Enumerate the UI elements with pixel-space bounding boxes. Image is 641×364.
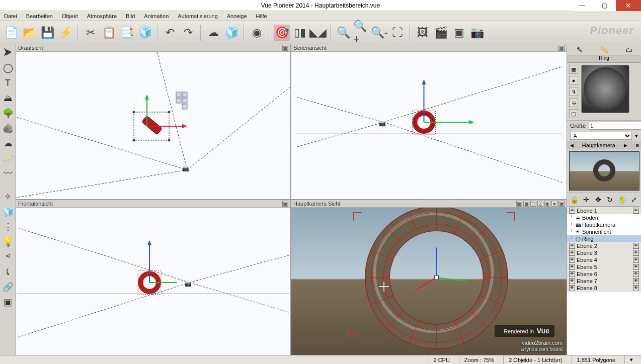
menu-item-datei[interactable]: Datei xyxy=(4,13,17,19)
layer-row[interactable]: 👁 Ebene 8 👁 xyxy=(567,285,641,292)
visibility-eye-icon[interactable]: 👁 xyxy=(633,271,639,277)
tab-measure-icon[interactable]: 📏 xyxy=(592,44,616,55)
menu-item-bild[interactable]: Bild xyxy=(126,13,135,19)
visibility-toggle-icon[interactable]: 👁 xyxy=(569,264,575,270)
sphere-tool-icon[interactable]: ◯ xyxy=(2,61,15,74)
visibility-eye-icon[interactable]: 👁 xyxy=(633,285,639,291)
menu-item-automatisierung[interactable]: Automatisierung xyxy=(178,13,218,19)
viewport-maximize-icon[interactable]: ▣ xyxy=(282,201,288,207)
status-dropdown-icon[interactable]: ▾ xyxy=(624,355,638,364)
visibility-toggle-icon[interactable]: 👁 xyxy=(569,257,575,263)
camera-preview[interactable] xyxy=(569,151,639,191)
layer-row[interactable]: 👁 Ebene 7 👁 xyxy=(567,278,641,285)
visibility-eye-icon[interactable]: 👁 xyxy=(633,264,639,270)
material-preview[interactable] xyxy=(581,65,629,113)
link-tool-icon[interactable]: 🔗 xyxy=(2,281,15,294)
cloud-tool-icon[interactable]: ☁ xyxy=(2,137,15,150)
tab-edit-icon[interactable]: ✎ xyxy=(567,44,592,55)
viewport-side[interactable]: Seitenansicht ▣ xyxy=(291,44,567,199)
gizmo-axis-icon[interactable]: ✛ xyxy=(581,195,591,205)
layer-row[interactable]: 👁 Ebene 5 👁 xyxy=(567,263,641,270)
minimize-button[interactable]: — xyxy=(571,0,593,11)
vp-option-4-icon[interactable]: Z xyxy=(537,201,543,207)
vp-option-5-icon[interactable]: ◉ xyxy=(544,201,550,207)
mat-cube-icon[interactable]: ▢ xyxy=(569,109,578,118)
visibility-eye-icon[interactable]: 👁 xyxy=(633,243,639,249)
visibility-eye-icon[interactable]: 👁 xyxy=(633,257,639,263)
size-input[interactable] xyxy=(589,122,641,130)
visibility-toggle-icon[interactable]: 👁 xyxy=(569,271,575,277)
clapboard-icon[interactable]: 🎬 xyxy=(433,25,449,41)
layer-object-row[interactable]: └📷Hauptkamera xyxy=(567,221,641,228)
quick-render-icon[interactable]: ⚡ xyxy=(57,25,73,41)
mat-checker-icon[interactable]: ▦ xyxy=(569,65,578,74)
planet-tool-icon[interactable]: 🪐 xyxy=(2,152,15,165)
visibility-eye-icon[interactable]: 👁 xyxy=(633,208,639,214)
duplicate-icon[interactable]: 🧊 xyxy=(137,25,153,41)
viewport-maximize-icon[interactable]: ▣ xyxy=(282,45,288,51)
layer-row[interactable]: 👁 Ebene 2 👁 xyxy=(567,242,641,249)
curve-tool-icon[interactable]: ⤹ xyxy=(2,265,15,279)
vp-option-3-icon[interactable]: ◻ xyxy=(530,201,536,207)
visibility-eye-icon[interactable]: 👁 xyxy=(633,278,639,284)
menu-item-animation[interactable]: Animation xyxy=(144,13,169,19)
vp-option-6-icon[interactable]: ● xyxy=(551,201,557,207)
select-tool-icon[interactable]: ⮞ xyxy=(2,46,15,59)
gizmo-hand-icon[interactable]: ✋ xyxy=(617,195,627,205)
visibility-toggle-icon[interactable]: 👁 xyxy=(569,208,575,214)
cut-icon[interactable]: ✂ xyxy=(83,25,99,41)
viewport-front[interactable]: Frontalansicht ▣ xyxy=(16,200,290,355)
gizmo-lock-icon[interactable]: 🔒 xyxy=(569,195,579,205)
visibility-toggle-icon[interactable]: 👁 xyxy=(569,243,575,249)
atmosphere-icon[interactable]: ☁ xyxy=(205,25,221,41)
gizmo-tool-icon[interactable]: ✧ xyxy=(2,190,15,203)
render-icon[interactable]: 🎯 xyxy=(274,25,290,41)
mat-bump-icon[interactable]: ➭ xyxy=(569,98,578,107)
frame-icon[interactable]: ▣ xyxy=(451,25,467,41)
viewport-maximize-icon[interactable]: ▣ xyxy=(558,45,565,51)
material-icon[interactable]: 🧊 xyxy=(223,25,239,41)
layer-row[interactable]: 👁 Ebene 6 👁 xyxy=(567,270,641,278)
viewport-top[interactable]: Draufsicht ▣ xyxy=(16,44,290,199)
mat-sphere-icon[interactable]: ● xyxy=(569,76,578,85)
copy-icon[interactable]: 📋 xyxy=(101,25,117,41)
vp-option-2-icon[interactable]: ◼ xyxy=(523,201,529,207)
paste-icon[interactable]: 📑 xyxy=(119,25,135,41)
maximize-button[interactable]: ▢ xyxy=(593,0,616,11)
render-options-icon[interactable]: ▯▮ xyxy=(292,25,308,41)
visibility-toggle-icon[interactable]: 👁 xyxy=(569,278,575,284)
visibility-toggle-icon[interactable]: 👁 xyxy=(569,250,575,256)
menu-item-bearbeiten[interactable]: Bearbeiten xyxy=(26,13,53,19)
mat-convert-icon[interactable]: ↯ xyxy=(569,87,578,96)
open-folder-icon[interactable]: 📂 xyxy=(21,25,37,41)
zoom-in-icon[interactable]: 🔍+ xyxy=(353,25,369,41)
camera-prev-icon[interactable]: ◄ xyxy=(569,142,575,148)
menu-item-anzeige[interactable]: Anzeige xyxy=(227,13,247,19)
plant-tool-icon[interactable]: 🌳 xyxy=(2,107,15,120)
cube-tool-icon[interactable]: 🧊 xyxy=(2,205,15,218)
camera-menu-icon[interactable]: ≡ xyxy=(636,142,639,148)
close-button[interactable]: ✕ xyxy=(616,0,641,11)
camera-icon[interactable]: 📷 xyxy=(469,25,485,41)
new-file-icon[interactable]: 📄 xyxy=(3,25,19,41)
vp-option-1-icon[interactable]: ▣ xyxy=(516,201,522,207)
menu-item-objekt[interactable]: Objekt xyxy=(62,13,78,19)
gizmo-move-icon[interactable]: ✥ xyxy=(593,195,603,205)
visibility-eye-icon[interactable]: 👁 xyxy=(633,250,639,256)
wind-tool-icon[interactable]: ༄ xyxy=(2,250,15,263)
mirror-icon[interactable]: ◣◢ xyxy=(310,25,326,41)
picture-icon[interactable]: 🖼 xyxy=(415,25,431,41)
layer-row[interactable]: 👁 Ebene 1 👁 xyxy=(567,207,641,214)
zoom-extents-icon[interactable]: ⛶ xyxy=(389,25,406,41)
camera-next-icon[interactable]: ► xyxy=(623,142,628,148)
viewport-camera[interactable]: Hauptkamera Sicht ▣ ◼ ◻ Z ◉ ● ▣ xyxy=(291,200,567,355)
save-icon[interactable]: 💾 xyxy=(39,25,55,41)
gizmo-scale-icon[interactable]: ⤢ xyxy=(629,195,639,205)
aspect-select[interactable]: A xyxy=(570,132,632,140)
layer-object-row[interactable]: └◯Ring xyxy=(567,235,641,242)
dropdown-icon[interactable]: ▾ xyxy=(635,133,638,139)
light-tool-icon[interactable]: 💡 xyxy=(2,235,15,248)
visibility-toggle-icon[interactable]: 👁 xyxy=(569,285,575,291)
menu-item-hilfe[interactable]: Hilfe xyxy=(256,13,267,19)
wave-tool-icon[interactable]: 〰 xyxy=(2,167,15,180)
